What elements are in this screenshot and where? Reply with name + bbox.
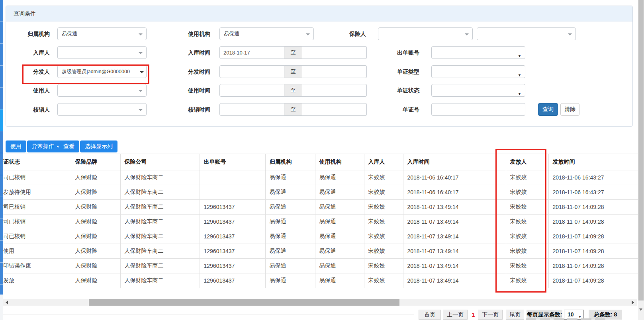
table-row[interactable]: 本司已核销人保财险人保财险车商二1296013437易保通易保通宋姣姣2018-… (3, 200, 638, 215)
sidebar-item[interactable] (0, 241, 3, 263)
stock-time-from-input[interactable] (219, 46, 284, 59)
clipped-footer-element (567, 318, 577, 320)
table-cell: 1296013437 (200, 200, 265, 215)
sidebar-item[interactable] (0, 197, 3, 219)
table-cell: 宋姣姣 (506, 273, 548, 288)
page-size-value: 10 (568, 311, 574, 318)
table-row[interactable]: 打印错误作废人保财险人保财险车商二1296013437易保通易保通宋姣姣2018… (3, 259, 638, 273)
doc-type-select[interactable]: ▼ (431, 65, 525, 78)
table-cell: 宋姣姣 (506, 170, 548, 185)
table-cell: 1296013437 (200, 229, 265, 244)
stock-time-to-input[interactable] (302, 46, 367, 59)
doc-status-label: 单证状态 (376, 84, 419, 97)
insurer-select-1[interactable] (378, 27, 473, 40)
use-org-value: 易保通 (224, 31, 239, 37)
use-org-select[interactable]: 易保通 (219, 27, 314, 40)
horizontal-scrollbar-thumb[interactable] (89, 299, 399, 306)
sidebar-item[interactable] (0, 0, 3, 22)
use-time-from-input[interactable] (219, 84, 284, 97)
distribute-time-to-input[interactable] (302, 65, 367, 78)
sidebar-item-active[interactable] (0, 109, 3, 131)
column-header: 保险公司 (120, 154, 200, 170)
table-row[interactable]: 已发放待使用人保财险人保财险车商二易保通易保通宋姣姣2018-11-06 16:… (3, 185, 638, 200)
verify-time-to-separator: 至 (284, 103, 302, 116)
owner-org-select[interactable]: 易保通 (57, 27, 147, 40)
doc-status-select[interactable]: ▼ (431, 84, 525, 97)
next-page-button[interactable]: 下一页 (478, 310, 503, 320)
table-cell: 人保财险车商二 (120, 229, 200, 244)
table-cell: 2018-11-06 16:40:17 (403, 170, 506, 185)
horizontal-scrollbar[interactable] (3, 299, 637, 306)
clipped-footer-element (595, 318, 605, 320)
table-cell: 已发放待使用 (3, 185, 71, 200)
last-page-button[interactable]: 尾页 (506, 310, 524, 320)
query-panel-header: 查询条件 (6, 6, 632, 21)
table-row[interactable]: 本司已核销人保财险人保财险车商二1296013437易保通易保通宋姣姣2018-… (3, 215, 638, 229)
sidebar-item[interactable] (0, 131, 3, 153)
sidebar-item[interactable] (0, 219, 3, 241)
table-cell: 人保财险 (71, 185, 120, 200)
vertical-scrollbar-thumb[interactable] (638, 0, 644, 300)
table-cell: 已使用 (3, 244, 71, 259)
table-cell: 易保通 (315, 170, 364, 185)
sidebar-item[interactable] (0, 153, 3, 175)
sidebar-item[interactable] (0, 22, 3, 44)
first-page-button[interactable]: 首页 (419, 310, 441, 320)
verifier-label: 核销人 (6, 103, 50, 116)
table-cell: 人保财险车商二 (120, 259, 200, 273)
verify-time-to-input[interactable] (302, 103, 367, 116)
clear-button[interactable]: 清除 (560, 103, 579, 116)
insurer-select-2[interactable] (477, 27, 576, 40)
verify-time-from-input[interactable] (219, 103, 284, 116)
sidebar-item[interactable] (0, 44, 3, 66)
column-header: 发放人 (506, 154, 548, 170)
sidebar-item[interactable] (0, 88, 3, 109)
doc-number-input[interactable] (431, 103, 525, 116)
distributor-select[interactable]: 超级管理员|admin@G0000000 (57, 65, 147, 78)
table-cell: 人保财险 (71, 273, 120, 288)
sidebar-item[interactable] (0, 66, 3, 88)
scroll-down-icon[interactable] (639, 308, 642, 311)
column-header: 出单账号 (200, 154, 265, 170)
table-cell: 人保财险车商二 (120, 185, 200, 200)
table-cell: 2018-11-07 13:49:14 (403, 244, 506, 259)
table-row[interactable]: 待发放人保财险人保财险车商二1296013437易保通易保通宋姣姣2018-11… (3, 273, 638, 288)
use-button[interactable]: 使用 (6, 140, 26, 152)
table-row[interactable]: 本司已核销人保财险人保财险车商二1296013437易保通易保通宋姣姣2018-… (3, 229, 638, 244)
table-cell: 宋姣姣 (364, 244, 403, 259)
user-select[interactable] (57, 84, 147, 97)
chevron-down-icon (139, 52, 143, 54)
chevron-down-icon: ▼ (518, 50, 521, 62)
choose-columns-button[interactable]: 选择显示列 (80, 140, 117, 152)
scroll-right-icon[interactable] (632, 300, 634, 304)
stocker-select[interactable] (57, 46, 147, 59)
table-cell: 宋姣姣 (364, 273, 403, 288)
table-row[interactable]: 已使用人保财险人保财险车商二1296013437易保通易保通宋姣姣2018-11… (3, 244, 638, 259)
issue-account-select[interactable]: ▼ (431, 46, 525, 59)
use-time-to-input[interactable] (302, 84, 367, 97)
view-button[interactable]: 查看 (59, 140, 79, 152)
distribute-time-from-input[interactable] (219, 65, 284, 78)
sidebar-item[interactable] (0, 175, 3, 197)
table-cell: 2018-11-07 14:09:28 (548, 259, 638, 273)
chevron-down-icon: ▼ (518, 69, 521, 81)
table-row[interactable]: 本司已核销人保财险人保财险车商二易保通易保通宋姣姣2018-11-06 16:4… (3, 170, 638, 185)
table-cell: 2018-11-07 14:09:28 (548, 273, 638, 288)
table-cell: 易保通 (315, 229, 364, 244)
table-cell: 2018-11-07 14:09:28 (548, 244, 638, 259)
scroll-left-icon[interactable] (6, 300, 8, 304)
vertical-scrollbar[interactable] (638, 0, 644, 320)
column-header: 使用机构 (315, 154, 364, 170)
table-cell: 本司已核销 (3, 200, 71, 215)
sidebar-item[interactable] (0, 263, 3, 285)
doc-type-label: 单证类型 (376, 65, 419, 78)
column-header: 发放时间 (548, 154, 638, 170)
chevron-down-icon: ▼ (518, 88, 521, 100)
prev-page-button[interactable]: 上一页 (443, 310, 468, 320)
stock-time-to-separator: 至 (284, 46, 302, 59)
abnormal-operation-label: 异常操作 (32, 143, 54, 149)
verifier-select[interactable] (57, 103, 147, 116)
owner-org-value: 易保通 (62, 31, 77, 37)
table-cell: 易保通 (315, 244, 364, 259)
search-button[interactable]: 查询 (538, 103, 558, 116)
